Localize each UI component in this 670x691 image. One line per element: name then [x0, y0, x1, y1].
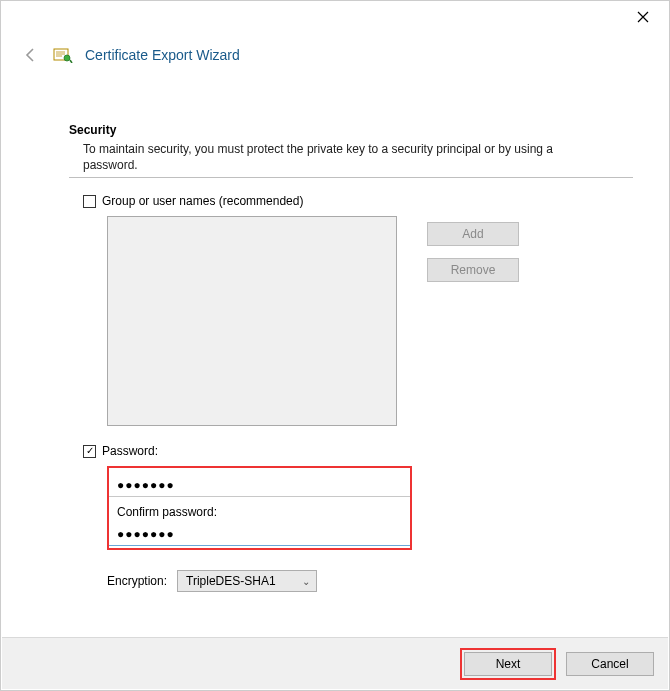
next-highlight-box: Next: [460, 648, 556, 680]
confirm-password-input[interactable]: [109, 521, 410, 546]
wizard-title: Certificate Export Wizard: [85, 47, 240, 63]
section-title: Security: [69, 123, 633, 137]
password-label: Password:: [102, 444, 158, 458]
encryption-label: Encryption:: [107, 574, 167, 588]
password-highlight-box: Confirm password:: [107, 466, 412, 550]
encryption-dropdown[interactable]: TripleDES-SHA1 ⌄: [177, 570, 317, 592]
divider: [69, 177, 633, 178]
close-button[interactable]: [623, 5, 663, 29]
cancel-button[interactable]: Cancel: [566, 652, 654, 676]
certificate-icon: [53, 47, 73, 63]
next-button[interactable]: Next: [464, 652, 552, 676]
principals-listbox[interactable]: [107, 216, 397, 426]
back-arrow-icon[interactable]: [21, 45, 41, 65]
svg-point-4: [64, 55, 70, 61]
remove-button: Remove: [427, 258, 519, 282]
group-names-label: Group or user names (recommended): [102, 194, 303, 208]
password-input[interactable]: [109, 472, 410, 497]
group-names-checkbox[interactable]: [83, 195, 96, 208]
confirm-password-label: Confirm password:: [109, 497, 410, 521]
section-description: To maintain security, you must protect t…: [83, 141, 603, 173]
password-checkbox[interactable]: [83, 445, 96, 458]
chevron-down-icon: ⌄: [302, 576, 310, 587]
encryption-value: TripleDES-SHA1: [186, 574, 276, 588]
add-button: Add: [427, 222, 519, 246]
